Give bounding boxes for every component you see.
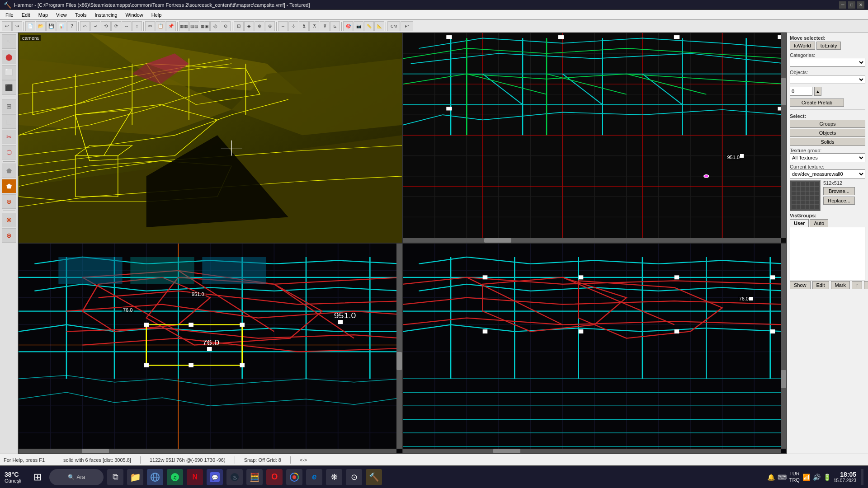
tool-decal[interactable]: ◰: [2, 114, 16, 129]
taskview-button[interactable]: ⧉: [107, 469, 123, 485]
snap3-button[interactable]: 📐: [374, 21, 384, 31]
top-scrollbar-h[interactable]: [403, 238, 781, 243]
tool-brush[interactable]: ⬜: [2, 65, 16, 80]
prefab-value-input[interactable]: [790, 87, 812, 96]
save-button[interactable]: 💾: [46, 21, 56, 31]
align1-button[interactable]: ⊹: [288, 21, 298, 31]
grid5-button[interactable]: ⊙: [221, 21, 231, 31]
volume-icon[interactable]: 🔊: [813, 474, 821, 481]
tool-path[interactable]: ⬟: [2, 164, 16, 178]
replace-button[interactable]: Replace...: [823, 197, 855, 205]
mark-button[interactable]: Mark: [831, 281, 850, 289]
tb-rotate1[interactable]: ⤺: [80, 21, 90, 31]
redo-button[interactable]: ↪: [12, 21, 22, 31]
tool-entity[interactable]: ⬤: [2, 50, 16, 64]
top-scrollbar-v[interactable]: [781, 33, 786, 238]
compile-button[interactable]: 🎯: [343, 21, 353, 31]
view1-button[interactable]: ⊡: [234, 21, 244, 31]
snap-button[interactable]: ⊕: [255, 21, 264, 31]
search-button[interactable]: 🔍 Ara: [49, 469, 104, 485]
tb-rotate4[interactable]: ⟳: [111, 21, 121, 31]
current-texture-select[interactable]: dev/dev_measurewall0: [790, 169, 865, 178]
camera-button[interactable]: 📷: [354, 21, 363, 31]
edge-icon[interactable]: e: [306, 469, 322, 485]
front-scrollbar-h[interactable]: [19, 449, 396, 453]
tool-select[interactable]: ↖: [2, 34, 16, 49]
maximize-button[interactable]: □: [848, 1, 855, 9]
edit-button[interactable]: Edit: [812, 281, 829, 289]
menu-view[interactable]: View: [52, 11, 71, 19]
viewport-side[interactable]: 76.0: [402, 243, 787, 454]
copy-button[interactable]: 📋: [156, 21, 165, 31]
tool-vertex[interactable]: ⬡: [2, 145, 16, 160]
calc-icon[interactable]: 🧮: [246, 469, 263, 485]
vis-tab-user[interactable]: User: [790, 219, 809, 227]
netflix-icon[interactable]: N: [187, 469, 203, 485]
unknown-icon-1[interactable]: ❋: [326, 469, 342, 485]
menu-help[interactable]: Help: [148, 11, 165, 19]
paste-button[interactable]: 📌: [166, 21, 176, 31]
grid2-button[interactable]: ▨▨: [189, 21, 199, 31]
close-button[interactable]: ✕: [857, 1, 864, 9]
menu-instancing[interactable]: Instancing: [91, 11, 121, 19]
viewport-camera[interactable]: camera: [18, 33, 402, 243]
keyboard-layout[interactable]: TURTRQ: [789, 471, 800, 483]
start-button[interactable]: ⊞: [29, 469, 46, 485]
menu-file[interactable]: File: [2, 11, 17, 19]
texture-group-select[interactable]: All Textures: [790, 153, 865, 162]
view2-button[interactable]: ◈: [244, 21, 254, 31]
create-prefab-button[interactable]: Create Prefab: [790, 99, 844, 107]
spotify-icon[interactable]: ♫: [167, 469, 183, 485]
minimize-button[interactable]: ─: [839, 1, 846, 9]
side-scrollbar-h[interactable]: [403, 449, 781, 453]
menu-tools[interactable]: Tools: [71, 11, 90, 19]
battery-icon[interactable]: 🔋: [823, 474, 831, 481]
grid3-button[interactable]: ▦▣: [200, 21, 210, 31]
flip2-button[interactable]: ⊽: [320, 21, 330, 31]
show-desktop-button[interactable]: [861, 469, 863, 485]
tool-texture[interactable]: ⬛: [2, 80, 16, 95]
side-scrollbar-v[interactable]: [781, 244, 786, 449]
menu-window[interactable]: Window: [122, 11, 147, 19]
flip1-button[interactable]: ⊼: [309, 21, 319, 31]
tool-rope[interactable]: ⊕: [2, 194, 16, 209]
menu-edit[interactable]: Edit: [18, 11, 34, 19]
snap2-button[interactable]: ⊛: [265, 21, 275, 31]
browse-button[interactable]: Browse...: [823, 187, 855, 195]
tool-camera[interactable]: ⊕: [2, 228, 16, 243]
objects-select[interactable]: [790, 75, 865, 84]
groups-button[interactable]: Groups: [790, 120, 865, 128]
discord-icon[interactable]: 💬: [207, 469, 223, 485]
cut-button[interactable]: ✂: [145, 21, 155, 31]
tool-magnify[interactable]: ❋: [2, 213, 16, 227]
hammer-icon[interactable]: 🔨: [366, 469, 382, 485]
transform-button[interactable]: ↔: [278, 21, 288, 31]
tb-rotate5[interactable]: ↔: [122, 21, 132, 31]
tool-clip[interactable]: ✂: [2, 130, 16, 144]
new-button[interactable]: 📄: [25, 21, 35, 31]
pr-button[interactable]: Pr: [401, 21, 413, 31]
open-button[interactable]: 📂: [36, 21, 46, 31]
tb-rotate6[interactable]: ↕: [132, 21, 142, 31]
to-entity-button[interactable]: toEntity: [816, 42, 841, 50]
tool-prop[interactable]: ⬟: [2, 179, 16, 193]
grid4-button[interactable]: ◎: [210, 21, 220, 31]
opera-icon[interactable]: O: [266, 469, 283, 485]
vis-down-button[interactable]: ↓: [864, 281, 868, 289]
export-button[interactable]: 📊: [57, 21, 66, 31]
menu-map[interactable]: Map: [35, 11, 52, 19]
front-scrollbar-v[interactable]: [396, 244, 402, 449]
wifi-icon[interactable]: 📶: [802, 474, 810, 481]
help-button[interactable]: ?: [67, 21, 77, 31]
tb-rotate2[interactable]: ⤻: [90, 21, 100, 31]
browser-icon[interactable]: [147, 469, 163, 485]
explorer-icon[interactable]: 📁: [127, 469, 143, 485]
tb-rotate3[interactable]: ⟲: [101, 21, 111, 31]
grid1-button[interactable]: ▦▦: [179, 21, 189, 31]
tool-overlay[interactable]: ⊞: [2, 99, 16, 113]
steam2-icon[interactable]: ⊙: [346, 469, 362, 485]
tray-icon-2[interactable]: ⌨: [778, 474, 787, 481]
measure-button[interactable]: 📏: [364, 21, 374, 31]
viewport-top[interactable]: 951.0 951.0: [402, 33, 787, 243]
chrome-icon[interactable]: [286, 469, 302, 485]
